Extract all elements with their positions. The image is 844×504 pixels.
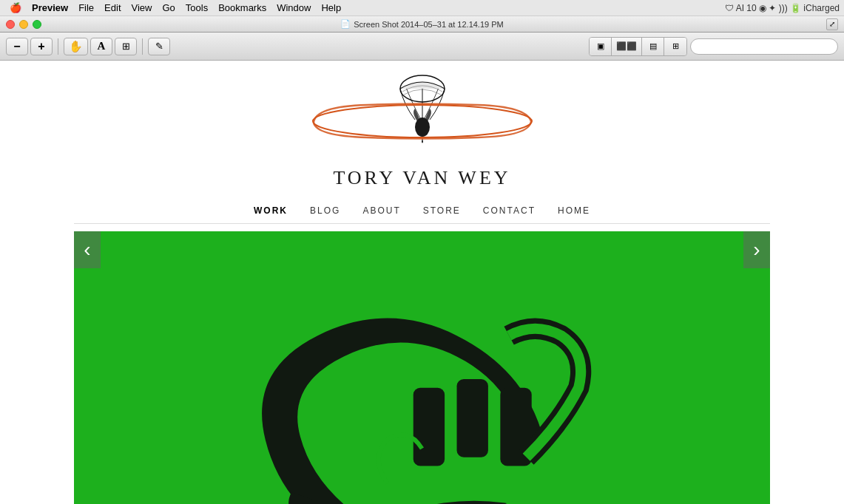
window-title: 📄 Screen Shot 2014–05–31 at 12.14.19 PM [340, 19, 503, 29]
zoom-out-button[interactable]: − [6, 38, 28, 55]
left-arrow-icon: ‹ [84, 239, 90, 260]
svg-point-2 [313, 105, 532, 137]
title-icon: 📄 [340, 19, 351, 29]
edit-menu[interactable]: Edit [99, 0, 126, 16]
single-view-button[interactable]: ▣ [590, 38, 612, 55]
file-menu[interactable]: File [73, 0, 99, 16]
slider-container: ‹ [74, 231, 770, 504]
zoom-in-button[interactable]: + [30, 38, 53, 55]
nav-divider [74, 223, 770, 224]
title-text: Screen Shot 2014–05–31 at 12.14.19 PM [354, 20, 503, 29]
app-name[interactable]: Preview [27, 0, 73, 16]
svg-point-3 [317, 501, 630, 504]
preview-titlebar: 📄 Screen Shot 2014–05–31 at 12.14.19 PM … [0, 16, 844, 33]
svg-rect-6 [457, 379, 488, 457]
orange-annotation-oval [308, 99, 537, 143]
minimize-button[interactable] [19, 20, 28, 29]
svg-rect-5 [413, 388, 445, 466]
preview-toolbar: − + ✋ A ⊞ ✎ ▣ ⬛⬛ ▤ ⊞ [0, 33, 844, 61]
two-view-button[interactable]: ⬛⬛ [612, 38, 642, 55]
annotate-button[interactable]: ✎ [148, 38, 170, 55]
text-select-button[interactable]: A [90, 38, 112, 55]
right-arrow-icon: › [753, 239, 760, 260]
close-button[interactable] [6, 20, 15, 29]
site-title: TORY VAN WEY [333, 167, 510, 189]
expand-button[interactable]: ⤢ [826, 18, 838, 30]
view-menu[interactable]: View [126, 0, 158, 16]
site-logo-area [389, 68, 456, 164]
screenshot-container: 🍎 Preview File Edit View Go Tools Bookma… [0, 0, 844, 504]
help-menu[interactable]: Help [316, 0, 346, 16]
site-nav: WORK BLOG ABOUT STORE CONTACT HOME [254, 200, 590, 222]
site-header: TORY VAN WEY WORK BLOG ABOUT STORE CONTA… [0, 61, 844, 231]
nav-about[interactable]: ABOUT [362, 205, 400, 216]
tuba-illustration [74, 231, 770, 504]
nav-work[interactable]: WORK [254, 205, 288, 216]
website-content: TORY VAN WEY WORK BLOG ABOUT STORE CONTA… [0, 61, 844, 504]
system-right: 🛡 AI 10 ◉ ✦ ))) 🔋 iCharged [725, 3, 840, 13]
grid-view-button[interactable]: ⊞ [115, 38, 137, 55]
search-input[interactable] [690, 38, 838, 55]
slider-next-button[interactable]: › [743, 231, 770, 268]
traffic-lights [6, 20, 41, 29]
nav-contact[interactable]: CONTACT [483, 205, 536, 216]
system-status: 🛡 AI 10 ◉ ✦ ))) 🔋 iCharged [725, 3, 840, 13]
bookmarks-menu[interactable]: Bookmarks [213, 0, 271, 16]
grid-mode-button[interactable]: ⊞ [664, 38, 686, 55]
nav-store[interactable]: STORE [423, 205, 461, 216]
view-mode-group: ▣ ⬛⬛ ▤ ⊞ [589, 37, 687, 56]
system-menubar: 🍎 Preview File Edit View Go Tools Bookma… [0, 0, 844, 16]
nav-blog[interactable]: BLOG [310, 205, 340, 216]
toolbar-separator-2 [142, 38, 143, 55]
maximize-button[interactable] [33, 20, 41, 29]
toolbar-separator-1 [58, 38, 58, 55]
go-menu[interactable]: Go [157, 0, 180, 16]
slider-prev-button[interactable]: ‹ [74, 231, 101, 268]
toolbar-right: ▣ ⬛⬛ ▤ ⊞ [589, 37, 838, 56]
nav-home[interactable]: HOME [558, 205, 590, 216]
preview-window: 📄 Screen Shot 2014–05–31 at 12.14.19 PM … [0, 16, 844, 504]
apple-menu[interactable]: 🍎 [4, 0, 27, 16]
strip-view-button[interactable]: ▤ [642, 38, 664, 55]
tools-menu[interactable]: Tools [180, 0, 213, 16]
window-menu[interactable]: Window [271, 0, 316, 16]
hand-tool-button[interactable]: ✋ [64, 38, 88, 55]
